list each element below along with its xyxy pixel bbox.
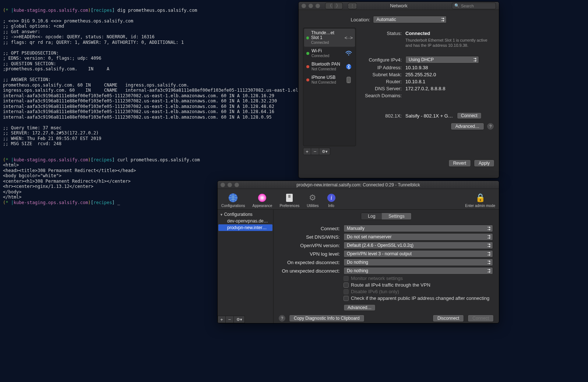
window-title: Network [390, 3, 408, 8]
advanced-settings-button[interactable]: Advanced… [344, 304, 376, 311]
svg-text:i: i [330, 194, 332, 201]
network-titlebar[interactable]: 〈 〉 ⋮⋮⋮ Network 🔍 Search [299, 2, 499, 10]
add-config-button[interactable]: + [218, 316, 226, 323]
forward-button[interactable]: 〉 [334, 3, 343, 9]
toolbar-appearance[interactable]: Appearance [252, 193, 272, 208]
svg-rect-7 [288, 195, 291, 198]
revert-button[interactable]: Revert [448, 160, 471, 167]
apply-button[interactable]: Apply [474, 160, 494, 167]
close-icon[interactable] [221, 183, 225, 187]
minimize-icon[interactable] [309, 4, 313, 8]
status-dot-icon [306, 65, 309, 68]
toolbar-utilities[interactable]: ⚙︎ Utilities [307, 193, 318, 208]
phone-icon [345, 77, 353, 83]
status-dot-icon [306, 52, 309, 55]
chk-monitor: Monitor network settings [344, 276, 493, 281]
disconnect-button[interactable]: Disconnect [433, 315, 464, 322]
tab-bar: Log Settings [361, 213, 411, 220]
connect-button[interactable]: Connect [468, 315, 494, 322]
chk-disable-ipv6: Disable IPv6 (tun only) [344, 289, 493, 294]
toolbar-info[interactable]: i Info [326, 193, 337, 208]
config-item-dev[interactable]: dev-openvpnas.de… [218, 218, 272, 224]
tunnelblick-title: prodvpn-new.internal.salsify.com: Connec… [296, 182, 420, 188]
svg-point-3 [348, 82, 349, 83]
interface-iphone-usb[interactable]: iPhone USB Not Connected [304, 73, 355, 87]
admin-lock[interactable]: 🔒 Enter admin mode [465, 193, 495, 208]
chk-public-ip[interactable]: Check if the apparent public IP address … [344, 295, 493, 301]
unexpected-disconnect-select[interactable]: Do nothing▲▼ [344, 267, 493, 274]
mask-value: 255.255.252.0 [405, 72, 436, 77]
openvpn-version-select[interactable]: Default (2.4.6 - OpenSSL v1.0.2q)▲▼ [344, 242, 493, 249]
traffic-lights[interactable] [221, 183, 239, 187]
router-value: 10.10.8.1 [405, 79, 425, 84]
configure-ipv4-select[interactable]: Using DHCP▲▼ [405, 56, 479, 63]
chk-route-ipv4[interactable]: Route all IPv4 traffic through the VPN [344, 282, 493, 288]
minimize-icon[interactable] [228, 183, 232, 187]
toolbar: Configurations Appearance Preferences ⚙︎… [218, 189, 499, 210]
status-dot-icon [306, 78, 309, 81]
remove-config-button[interactable]: − [226, 316, 234, 323]
cmd-curl: curl prometheus.ops.salsify.com [117, 157, 200, 162]
svg-point-5 [258, 194, 266, 202]
prompt-cluster: kube-staging.ops.salsify.com [14, 8, 88, 13]
config-actions-button[interactable]: ⚙︎▾ [234, 316, 245, 323]
help-button[interactable]: ? [279, 315, 285, 322]
tunnelblick-window: prodvpn-new.internal.salsify.com: Connec… [217, 181, 499, 323]
interface-wifi[interactable]: Wi-Fi Connected [304, 47, 355, 60]
search-icon: 🔍 [454, 3, 460, 8]
bluetooth-icon [345, 63, 353, 70]
location-select[interactable]: Automatic ▲▼ [373, 16, 447, 23]
wifi-icon [345, 50, 353, 57]
search-input[interactable]: 🔍 Search [452, 3, 496, 9]
color-wheel-icon [257, 193, 267, 203]
traffic-lights[interactable] [302, 4, 320, 8]
gears-icon: ⚙︎ [307, 193, 318, 203]
ip-value: 10.10.9.38 [405, 65, 428, 70]
prompt-dir: recipes [94, 8, 112, 13]
interface-detail: Status: Connected Thunderbolt Ethernet S… [360, 28, 494, 155]
help-button[interactable]: ? [487, 123, 494, 130]
lock-icon: 🔒 [475, 193, 485, 203]
config-header[interactable]: Configurations [218, 211, 272, 218]
copy-diagnostic-button[interactable]: Copy Diagnostic Info to Clipboard [289, 315, 365, 322]
dig-output: ; <<>> DiG 9.10.6 <<>> prometheus.ops.sa… [3, 18, 341, 147]
toolbar-preferences[interactable]: Preferences [279, 193, 299, 208]
back-button[interactable]: 〈 [325, 3, 334, 9]
tunnelblick-titlebar[interactable]: prodvpn-new.internal.salsify.com: Connec… [218, 181, 499, 189]
advanced-button[interactable]: Advanced… [451, 123, 484, 130]
curl-output: <html> <head><title>308 Permanent Redire… [3, 162, 136, 200]
log-level-select[interactable]: OpenVPN level 3 - normal output▲▼ [344, 250, 493, 257]
tab-log[interactable]: Log [361, 213, 382, 220]
location-label: Location: [351, 17, 370, 22]
network-window: 〈 〉 ⋮⋮⋮ Network 🔍 Search Location: Autom… [298, 1, 499, 178]
remove-interface-button[interactable]: − [311, 148, 319, 155]
interface-list[interactable]: Thunde…et Slot 1 Connected <··> Wi-Fi Co… [303, 28, 356, 146]
show-all-button[interactable]: ⋮⋮⋮ [348, 3, 357, 9]
add-interface-button[interactable]: + [303, 148, 311, 155]
dot1x-connect-button[interactable]: Connect [457, 112, 482, 119]
cursor: _ [117, 200, 120, 205]
svg-point-0 [348, 55, 349, 56]
config-pane: Configurations dev-openvpnas.de… prodvpn… [218, 210, 274, 323]
zoom-icon[interactable] [235, 183, 239, 187]
info-icon: i [326, 193, 337, 203]
expected-disconnect-select[interactable]: Do nothing▲▼ [344, 259, 493, 266]
dot1x-value: Salsify - 802.1X + Goo… [405, 113, 453, 119]
interface-actions-button[interactable]: ⚙︎▾ [319, 148, 330, 155]
status-value: Connected [405, 31, 430, 36]
zoom-icon[interactable] [316, 4, 320, 8]
interface-bluetooth[interactable]: Bluetooth PAN Not Connected [304, 60, 355, 73]
config-item-prod[interactable]: prodvpn-new.inter… [218, 224, 272, 231]
connect-select[interactable]: Manually▲▼ [344, 225, 493, 232]
cmd-dig: dig prometheus.ops.salsify.com [117, 8, 197, 13]
status-blurb: Thunderbolt Ethernet Slot 1 is currently… [405, 38, 490, 48]
status-dot-icon [306, 36, 309, 39]
switch-icon [284, 193, 295, 203]
interface-thunderbolt[interactable]: Thunde…et Slot 1 Connected <··> [304, 29, 355, 47]
dns-select[interactable]: Do not set nameserver▲▼ [344, 233, 493, 241]
tab-settings[interactable]: Settings [382, 213, 411, 220]
close-icon[interactable] [302, 4, 306, 8]
globe-icon [228, 193, 238, 203]
toolbar-configurations[interactable]: Configurations [221, 193, 245, 208]
ethernet-icon: <··> [345, 35, 353, 41]
